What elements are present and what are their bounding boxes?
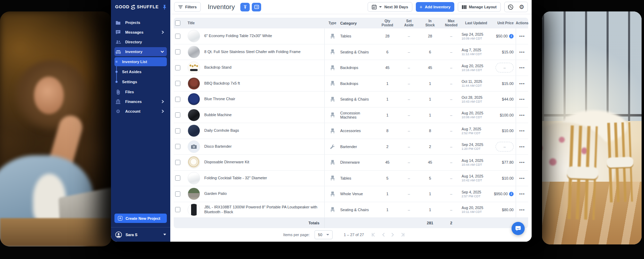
item-title[interactable]: BBQ Backdrop 7x5 ft: [204, 81, 240, 86]
row-actions-button[interactable]: •••: [519, 145, 525, 149]
item-category: Tables: [340, 171, 376, 186]
qty-posted-value: 5: [376, 171, 398, 186]
column-header-set-aside[interactable]: Set Aside: [398, 18, 419, 28]
manage-layout-button[interactable]: Manage Layout: [458, 2, 501, 12]
row-actions-button[interactable]: •••: [519, 81, 525, 86]
sidebar-item-inventory-list[interactable]: Inventory List: [114, 57, 167, 66]
previous-page-button[interactable]: [382, 233, 385, 237]
column-header-actions[interactable]: Actions: [516, 18, 528, 28]
table-row[interactable]: 8 Qt. Full Size Stainless Steel Chafer w…: [174, 44, 528, 60]
item-title[interactable]: Daily Cornhole Bags: [204, 128, 239, 133]
sidebar-item-settings[interactable]: Settings: [114, 77, 167, 86]
column-header-type[interactable]: Type: [324, 18, 340, 28]
set-aside-value: –: [398, 123, 419, 139]
row-actions-button[interactable]: •••: [519, 50, 525, 54]
sidebar-item-account[interactable]: ⚙ Account: [114, 107, 167, 116]
row-checkbox[interactable]: [175, 81, 180, 86]
settings-button[interactable]: ⚙: [518, 3, 525, 11]
sidebar-item-inventory[interactable]: Inventory: [114, 47, 167, 56]
row-checkbox[interactable]: [175, 97, 180, 102]
sidebar-item-set-asides[interactable]: Set Asides: [114, 67, 167, 76]
item-title[interactable]: 8 Qt. Full Size Stainless Steel Chafer w…: [204, 50, 301, 54]
table-row[interactable]: Disco Bartender Bartender 2 – 2 – Sep 24…: [174, 139, 528, 155]
last-page-button[interactable]: [401, 233, 405, 237]
row-checkbox[interactable]: [175, 160, 180, 165]
price-info-icon[interactable]: i: [509, 192, 514, 196]
table-row[interactable]: BBQ Backdrop 7x5 ft Backdrops 1 – 1 – Oc…: [174, 76, 528, 92]
sidebar-item-messages[interactable]: Messages: [114, 28, 167, 37]
row-actions-button[interactable]: •••: [519, 192, 525, 196]
pin-sidebar-icon[interactable]: [162, 5, 167, 10]
column-header-max-needed[interactable]: Max Needed: [441, 18, 462, 28]
row-checkbox[interactable]: [175, 191, 180, 197]
history-button[interactable]: [507, 3, 514, 11]
last-updated-date: Aug 20, 2025: [462, 64, 491, 68]
table-row[interactable]: Folding Cocktail Table - 32" Diameter Ta…: [174, 171, 528, 187]
row-checkbox[interactable]: [175, 175, 180, 181]
item-title[interactable]: JBL - IRX108BT 1300W Powered 8" Portable…: [204, 205, 324, 215]
column-header-in-stock[interactable]: In Stock: [419, 18, 441, 28]
column-header-unit-price[interactable]: Unit Price: [491, 18, 516, 28]
sidebar-item-files[interactable]: Files: [114, 87, 167, 96]
row-checkbox[interactable]: [175, 65, 180, 70]
main-content: Filters Inventory Next 30 Days +: [170, 0, 532, 242]
row-actions-button[interactable]: •••: [519, 66, 525, 70]
create-new-project-button[interactable]: + Create New Project: [114, 214, 167, 223]
row-actions-button[interactable]: •••: [519, 34, 525, 38]
table-row[interactable]: JBL - IRX108BT 1300W Powered 8" Portable…: [174, 202, 528, 218]
row-checkbox[interactable]: [175, 207, 180, 212]
page-size-select[interactable]: 50: [315, 230, 333, 239]
first-page-button[interactable]: [371, 233, 376, 237]
item-title[interactable]: Folding Cocktail Table - 32" Diameter: [204, 176, 267, 181]
table-row[interactable]: Bubble Machine Concession Machines 1 – 1…: [174, 107, 528, 123]
column-header-qty-posted[interactable]: Qty Posted: [376, 18, 398, 28]
row-actions-button[interactable]: •••: [519, 129, 525, 133]
table-row[interactable]: Disposable Dinnerware Kit Dinnerware 45 …: [174, 155, 528, 171]
row-checkbox[interactable]: [175, 128, 180, 133]
item-title[interactable]: Backdrop Stand: [204, 65, 231, 70]
row-actions-button[interactable]: •••: [519, 160, 525, 164]
column-header-last-updated[interactable]: Last Updated: [462, 18, 491, 28]
last-updated-time: 2:57 PM CDT: [462, 195, 491, 198]
row-checkbox[interactable]: [175, 112, 180, 118]
row-checkbox[interactable]: [175, 144, 180, 149]
table-row[interactable]: Daily Cornhole Bags Accessories 8 – 8 – …: [174, 123, 528, 139]
item-title[interactable]: Disco Bartender: [204, 144, 232, 149]
row-actions-button[interactable]: •••: [519, 113, 525, 117]
row-checkbox[interactable]: [175, 49, 180, 54]
select-all-checkbox[interactable]: [175, 20, 180, 26]
item-title[interactable]: Disposable Dinnerware Kit: [204, 160, 249, 165]
column-header-category[interactable]: Category: [340, 18, 376, 28]
unit-price-value: $10.00: [502, 129, 514, 133]
item-title[interactable]: 6" Economy Folding Table 72x30" White: [204, 34, 272, 38]
chevron-right-icon: [162, 31, 164, 34]
publish-inventory-button[interactable]: [240, 3, 250, 11]
tree-dot-icon: [115, 61, 118, 63]
sidebar-item-finances[interactable]: Finances: [114, 97, 167, 106]
table-row[interactable]: Blue Throne Chair Seating & Chairs 1 – 1…: [174, 92, 528, 107]
table-row[interactable]: 6" Economy Folding Table 72x30" White Ta…: [174, 28, 528, 44]
qty-posted-value: 1: [376, 186, 398, 202]
next-page-button[interactable]: [391, 233, 394, 237]
item-title[interactable]: Blue Throne Chair: [204, 97, 235, 102]
row-actions-button[interactable]: •••: [519, 176, 525, 180]
sidebar-item-directory[interactable]: Directory: [114, 37, 167, 46]
filters-button[interactable]: Filters: [174, 2, 201, 12]
in-stock-value: 1: [419, 76, 441, 92]
row-checkbox[interactable]: [175, 34, 180, 39]
column-header-title[interactable]: Title: [188, 18, 324, 28]
chat-launcher-button[interactable]: [512, 222, 525, 235]
item-title[interactable]: Garden Patio: [204, 191, 227, 196]
date-range-button[interactable]: Next 30 Days: [368, 2, 412, 12]
row-actions-button[interactable]: •••: [519, 97, 525, 101]
sidebar-item-projects[interactable]: Projects: [114, 18, 167, 27]
storefront-view-button[interactable]: [252, 3, 261, 11]
item-title[interactable]: Bubble Machine: [204, 113, 232, 118]
table-row[interactable]: Garden Patio Whole Venue 1 – 1 – Sep 4, …: [174, 186, 528, 202]
add-inventory-button[interactable]: + Add Inventory: [416, 2, 454, 12]
price-info-icon[interactable]: i: [509, 34, 514, 38]
row-actions-button[interactable]: •••: [519, 208, 525, 212]
unit-price-empty[interactable]: –: [496, 142, 514, 152]
unit-price-empty[interactable]: –: [496, 63, 514, 72]
table-row[interactable]: Backdrop Stand Backdrops 45 – 45 – Aug 2…: [174, 60, 528, 76]
